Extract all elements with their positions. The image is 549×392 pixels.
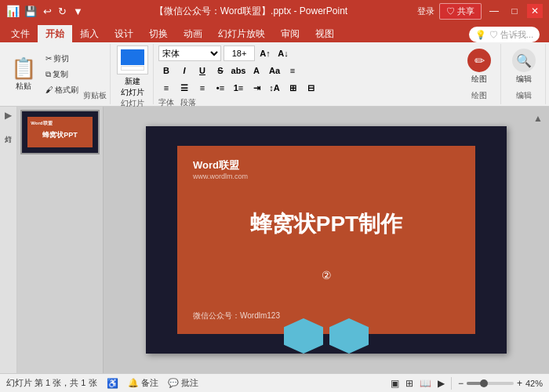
- paste-button[interactable]: 📋 粘贴: [6, 45, 41, 103]
- strikethrough-button[interactable]: S: [213, 63, 228, 78]
- tab-view[interactable]: 视图: [307, 25, 342, 42]
- reading-view-btn[interactable]: 📖: [420, 378, 431, 389]
- font-size-input[interactable]: [224, 45, 255, 61]
- zoom-out-btn[interactable]: −: [458, 378, 464, 389]
- normal-view-btn[interactable]: ▣: [391, 378, 399, 389]
- shadow-button[interactable]: abs: [231, 63, 246, 78]
- minimize-button[interactable]: —: [486, 4, 502, 18]
- char-spacing-btn[interactable]: ≡: [285, 63, 300, 78]
- ribbon-tabs: 文件 开始 插入 设计 切换 动画 幻灯片放映 审阅 视图 💡 ♡ 告诉我...: [0, 22, 549, 42]
- font-color-btn[interactable]: A: [249, 63, 264, 78]
- copy-label: 复制: [53, 69, 68, 80]
- zoom-percent: 42%: [525, 379, 543, 388]
- italic-button[interactable]: I: [176, 63, 192, 78]
- drawing-group-label: 绘图: [471, 90, 487, 103]
- slide-thumbnail[interactable]: Word联盟 蜂窝状PPT: [20, 110, 100, 154]
- tab-transitions[interactable]: 切换: [141, 25, 176, 42]
- editing-button[interactable]: 🔍 编辑: [506, 45, 542, 88]
- decrease-font-btn[interactable]: A↓: [275, 45, 291, 61]
- slide-canvas[interactable]: Word联盟 www.wordlm.com 蜂窝状PPT制作 ② 微信公众号：W…: [146, 126, 507, 354]
- quick-access: 💾 ↩ ↻ ▼: [23, 5, 85, 17]
- cut-button[interactable]: ✂ 剪切: [42, 52, 82, 66]
- font-transform-btn[interactable]: Aa: [267, 63, 282, 78]
- tab-file[interactable]: 文件: [3, 25, 38, 42]
- tell-me-input[interactable]: 💡 ♡ 告诉我...: [469, 27, 540, 42]
- paste-label: 粘贴: [16, 81, 31, 92]
- slide-subtitle: ②: [193, 269, 460, 281]
- zoom-in-btn[interactable]: +: [517, 378, 522, 389]
- login-button[interactable]: 登录: [417, 5, 434, 17]
- tab-home[interactable]: 开始: [38, 25, 72, 42]
- zoom-control: − + 42%: [458, 378, 543, 389]
- smartart-btn[interactable]: ⊟: [303, 80, 318, 96]
- status-bar: 幻灯片 第 1 张，共 1 张 ♿ 🔔 备注 💬 批注 ▣ ⊞ 📖 ▶ − + …: [0, 373, 549, 392]
- app-logo-icon: 📊: [6, 5, 20, 17]
- ribbon-toolbar: 📋 粘贴 ✂ 剪切 ⧉ 复制 🖌 格式刷 剪贴板: [0, 42, 549, 107]
- copy-button[interactable]: ⧉ 复制: [42, 67, 82, 82]
- hex-arrows: [284, 318, 369, 354]
- hex-arrow-left: [284, 318, 323, 354]
- presenter-view-btn[interactable]: ▶: [438, 378, 445, 389]
- tab-review[interactable]: 审阅: [273, 25, 307, 42]
- slides-content: 新建 幻灯片: [117, 45, 148, 98]
- main-area: ▶ 幻灯片 Word联盟 蜂窝状PPT ▲ Word联盟 www.wordlm.…: [0, 107, 549, 373]
- number-list-btn[interactable]: 1≡: [231, 80, 246, 96]
- comments-button[interactable]: 💬 批注: [168, 377, 198, 389]
- slide-title: 蜂窝状PPT制作: [193, 209, 460, 239]
- increase-font-btn[interactable]: A↑: [257, 45, 273, 61]
- lightbulb-icon: 💡: [475, 30, 486, 40]
- slide-content: Word联盟 www.wordlm.com 蜂窝状PPT制作 ② 微信公众号：W…: [177, 146, 475, 334]
- editing-label: 编辑: [516, 74, 532, 85]
- font-family-select[interactable]: 宋体: [158, 45, 221, 61]
- notes-button[interactable]: 🔔 备注: [128, 377, 158, 389]
- cut-icon: ✂: [45, 54, 52, 63]
- close-button[interactable]: ✕: [527, 4, 543, 18]
- redo-quick-btn[interactable]: ↻: [56, 5, 68, 17]
- title-bar: 📊 💾 ↩ ↻ ▼ 【微信公众号：Word联盟】.pptx - PowerPoi…: [0, 0, 549, 22]
- new-slide-button[interactable]: 新建 幻灯片: [117, 45, 148, 98]
- copy-icon: ⧉: [45, 70, 51, 79]
- maximize-button[interactable]: □: [507, 4, 522, 18]
- bold-button[interactable]: B: [158, 63, 174, 78]
- tab-insert[interactable]: 插入: [72, 25, 107, 42]
- paste-icon: 📋: [11, 56, 36, 81]
- window-controls: 登录 ♡ 共享 — □ ✕: [417, 3, 543, 20]
- drawing-label: 绘图: [471, 74, 487, 85]
- status-left: 幻灯片 第 1 张，共 1 张 ♿ 🔔 备注 💬 批注: [6, 377, 198, 389]
- align-center-btn[interactable]: ☰: [176, 80, 192, 96]
- tab-slideshow[interactable]: 幻灯片放映: [210, 25, 273, 42]
- format-painter-icon: 🖌: [45, 85, 53, 94]
- scroll-up-btn[interactable]: ▲: [533, 113, 543, 124]
- format-painter-button[interactable]: 🖌 格式刷: [42, 83, 82, 97]
- font-row-1: 宋体 A↑ A↓: [158, 45, 453, 61]
- login-area: 登录 ♡ 共享: [417, 3, 482, 20]
- zoom-slider[interactable]: [467, 382, 514, 385]
- align-left-btn[interactable]: ≡: [158, 80, 174, 96]
- tab-design[interactable]: 设计: [107, 25, 141, 42]
- undo-quick-btn[interactable]: ↩: [42, 5, 53, 17]
- align-text-btn[interactable]: ⊞: [285, 80, 300, 96]
- indent-btn[interactable]: ⇥: [249, 80, 264, 96]
- slide-count: 幻灯片 第 1 张，共 1 张: [6, 377, 97, 389]
- drawing-button[interactable]: ✏ 绘图: [461, 45, 497, 88]
- text-direction-btn[interactable]: ↕A: [267, 80, 282, 96]
- bullet-btn[interactable]: •≡: [213, 80, 228, 96]
- share-button[interactable]: ♡ 共享: [439, 3, 482, 20]
- clipboard-group: 📋 粘贴 ✂ 剪切 ⧉ 复制 🖌 格式刷 剪贴板: [3, 44, 111, 104]
- tab-animations[interactable]: 动画: [176, 25, 210, 42]
- customize-quick-btn[interactable]: ▼: [71, 5, 85, 17]
- slide-panel: Word联盟 蜂窝状PPT: [17, 107, 104, 373]
- slidesorter-btn[interactable]: ⊞: [405, 378, 413, 389]
- left-sidebar: ▶ 幻灯片: [0, 107, 17, 373]
- slide-logo: Word联盟 www.wordlm.com: [193, 158, 460, 180]
- underline-button[interactable]: U: [195, 63, 210, 78]
- font-row-2: B I U S abs A Aa ≡: [158, 63, 453, 78]
- align-right-btn[interactable]: ≡: [195, 80, 210, 96]
- save-quick-btn[interactable]: 💾: [23, 5, 38, 17]
- new-slide-label: 新建 幻灯片: [121, 76, 144, 98]
- divider: [451, 377, 452, 390]
- sidebar-collapse-btn[interactable]: ▶: [5, 110, 12, 121]
- canvas-area: ▲ Word联盟 www.wordlm.com 蜂窝状PPT制作 ② 微信公众号…: [104, 107, 549, 373]
- tell-me-placeholder: ♡ 告诉我...: [489, 29, 533, 41]
- font-row-3: ≡ ☰ ≡ •≡ 1≡ ⇥ ↕A ⊞ ⊟: [158, 80, 453, 96]
